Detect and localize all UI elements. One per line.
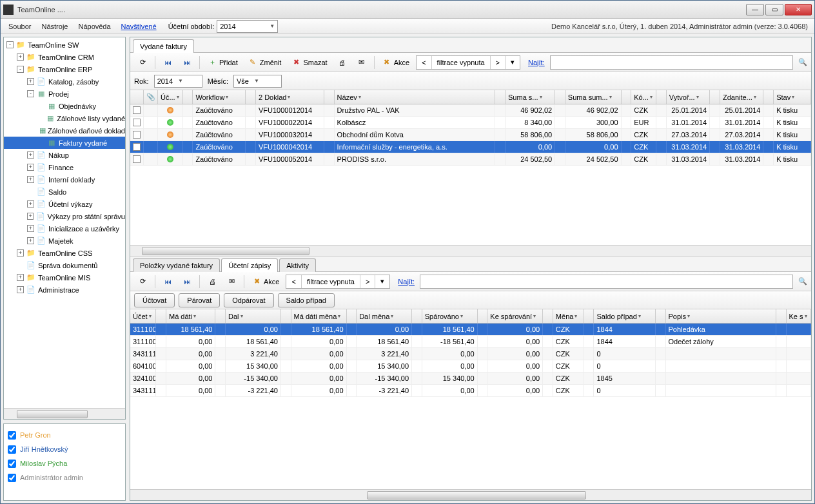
tree-item[interactable]: +📄Interní doklady — [4, 173, 125, 186]
tree-item[interactable]: +📄Účetní výkazy — [4, 198, 125, 210]
filter-more[interactable]: ▾ — [506, 56, 520, 69]
tree-item[interactable]: +📁TeamOnline CSS — [4, 247, 125, 259]
column-header[interactable] — [555, 90, 565, 104]
nav-tree[interactable]: -📁TeamOnline SW+📁TeamOnline CRM-📁TeamOnl… — [4, 37, 125, 408]
invoice-row[interactable]: ZaúčtovánoVFU1000022014Kolbáscz8 340,003… — [130, 117, 811, 129]
add-button[interactable]: ＋Přidat — [204, 55, 242, 70]
filter-more[interactable]: ▾ — [375, 275, 389, 288]
row-checkbox[interactable] — [133, 143, 141, 151]
expand-icon[interactable]: + — [17, 249, 24, 257]
column-header[interactable]: Má dáti▾ — [166, 309, 215, 323]
row-checkbox[interactable] — [133, 119, 141, 126]
entry-row[interactable]: 31110018 561,400,0018 561,400,0018 561,4… — [130, 324, 811, 336]
column-header[interactable]: Kó...▾ — [631, 90, 656, 104]
column-header[interactable]: Zdanite...▾ — [720, 90, 764, 104]
refresh-button[interactable]: ⟳ — [134, 275, 151, 289]
entry-row[interactable]: 3241000,00-15 340,000,00-15 340,0015 340… — [130, 373, 811, 385]
column-header[interactable] — [324, 90, 335, 104]
entries-grid[interactable]: Účet▾Má dáti▾Dal▾Má dáti měna▾Dal měna▾S… — [130, 309, 811, 489]
filter-next[interactable]: > — [360, 275, 375, 288]
user-checkbox[interactable] — [8, 445, 16, 454]
column-header[interactable] — [763, 90, 774, 104]
invoice-row[interactable]: ZaúčtovánoVFU1000052014PRODISS s.r.o.24 … — [130, 153, 811, 166]
find-input[interactable] — [420, 275, 793, 289]
entry-row[interactable]: 3431110,00-3 221,400,00-3 221,400,000,00… — [130, 385, 811, 397]
tree-item[interactable]: ▦Objednávky — [4, 100, 125, 112]
row-checkbox[interactable] — [133, 131, 141, 139]
column-header[interactable]: Suma sum...▾ — [565, 90, 622, 104]
tab-vydane-faktury[interactable]: Vydané faktury — [133, 39, 194, 53]
column-header[interactable] — [656, 309, 666, 323]
last-button[interactable]: ⏭ — [179, 275, 195, 289]
tree-item[interactable]: +📄Administrace — [4, 284, 125, 296]
column-header[interactable]: Dal▾ — [226, 309, 281, 323]
filter-label[interactable]: filtrace vypnuta — [432, 56, 491, 69]
column-header[interactable]: Ke s▾ — [787, 309, 811, 323]
expand-icon[interactable]: + — [17, 274, 24, 281]
tree-item[interactable]: +📄Majetek — [4, 235, 125, 247]
column-header[interactable]: Má dáti měna▾ — [291, 309, 347, 323]
action-button[interactable]: Párovat — [179, 293, 220, 307]
column-header[interactable]: 2 Doklad▾ — [256, 90, 324, 104]
tree-hscroll[interactable] — [4, 408, 125, 419]
expand-icon[interactable]: + — [27, 213, 34, 220]
expand-icon[interactable]: + — [27, 151, 34, 159]
refresh-button[interactable]: ⟳ — [134, 55, 151, 70]
tree-item[interactable]: 📄Správa dokumentů — [4, 259, 125, 271]
mail-button[interactable]: ✉ — [353, 55, 370, 70]
expand-icon[interactable]: + — [27, 176, 34, 183]
tree-item[interactable]: +📄Katalog, zásoby — [4, 75, 125, 88]
column-header[interactable] — [215, 309, 226, 323]
column-header[interactable] — [347, 309, 357, 323]
menu-navstivene[interactable]: Navštívené — [116, 21, 162, 32]
expand-icon[interactable]: - — [6, 41, 14, 48]
tree-item[interactable]: ▦Zálohové listy vydané — [4, 112, 125, 124]
filter-prev[interactable]: < — [417, 56, 431, 69]
column-header[interactable] — [130, 90, 144, 104]
find-label[interactable]: Najít: — [398, 278, 415, 286]
filter-next[interactable]: > — [491, 56, 506, 69]
month-select[interactable]: Vše▼ — [233, 75, 282, 88]
print-button[interactable]: 🖨 — [334, 55, 351, 70]
print-button[interactable]: 🖨 — [204, 275, 221, 289]
tab-aktivity[interactable]: Aktivity — [279, 258, 316, 272]
user-checkbox[interactable] — [8, 474, 16, 482]
column-header[interactable]: Workflow▾ — [193, 90, 246, 104]
column-header[interactable] — [412, 309, 422, 323]
column-header[interactable] — [710, 90, 720, 104]
maximize-button[interactable]: ▭ — [765, 4, 783, 15]
entry-row[interactable]: 6041000,0015 340,000,0015 340,000,000,00… — [130, 360, 811, 373]
column-header[interactable]: 📎 — [144, 90, 157, 104]
column-header[interactable] — [656, 90, 667, 104]
tree-item[interactable]: +📄Finance — [4, 161, 125, 173]
tree-item[interactable]: +📄Nákup — [4, 149, 125, 161]
entry-row[interactable]: 3111000,0018 561,400,0018 561,40-18 561,… — [130, 336, 811, 348]
expand-icon[interactable]: + — [27, 225, 34, 232]
edit-button[interactable]: ✎Změnit — [244, 55, 286, 70]
search-icon[interactable]: 🔍 — [798, 58, 807, 66]
column-header[interactable] — [495, 90, 506, 104]
tree-item[interactable]: +📁TeamOnline MIS — [4, 271, 125, 284]
column-header[interactable]: Dal měna▾ — [357, 309, 412, 323]
expand-icon[interactable]: + — [27, 237, 34, 244]
actions-button[interactable]: ✖Akce — [378, 55, 413, 70]
tree-item[interactable]: +📄Výkazy pro státní správu — [4, 210, 125, 222]
column-header[interactable]: Popis▾ — [666, 309, 776, 323]
user-checkbox[interactable] — [8, 460, 16, 468]
expand-icon[interactable]: - — [27, 90, 34, 97]
column-header[interactable] — [478, 309, 488, 323]
user-checkbox[interactable] — [8, 431, 16, 440]
invoice-row[interactable]: ZaúčtovánoVFU1000012014Družstvo PAL - VA… — [130, 104, 811, 117]
tree-item[interactable]: +📄Inicializace a uzávěrky — [4, 222, 125, 235]
expand-icon[interactable]: + — [17, 53, 24, 61]
filter-box[interactable]: < filtrace vypnuta > ▾ — [286, 275, 390, 289]
tree-item[interactable]: ▦Zálohové daňové doklady — [4, 124, 125, 137]
column-header[interactable]: Saldo případ▾ — [594, 309, 655, 323]
column-header[interactable]: Název▾ — [335, 90, 496, 104]
tree-item[interactable]: -📁TeamOnline ERP — [4, 63, 125, 75]
filter-label[interactable]: filtrace vypnuta — [302, 275, 360, 288]
column-header[interactable] — [281, 309, 291, 323]
action-button[interactable]: Saldo případ — [278, 293, 335, 307]
tab-polozky[interactable]: Položky vydané faktury — [133, 258, 220, 272]
column-header[interactable] — [543, 309, 553, 323]
